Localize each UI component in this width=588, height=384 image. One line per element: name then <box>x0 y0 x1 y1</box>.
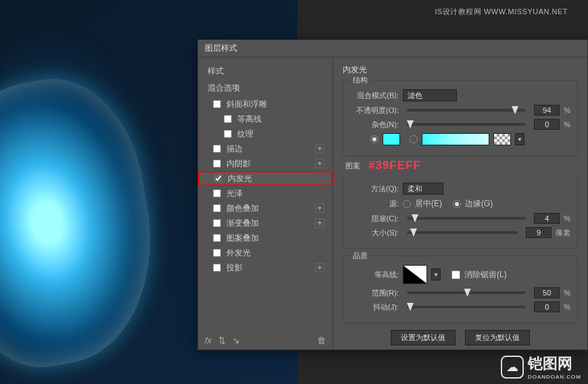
style-item-label: 描边 <box>226 143 243 155</box>
chevron-down-icon[interactable]: ▼ <box>431 268 441 281</box>
choke-slider[interactable] <box>407 217 526 220</box>
style-item[interactable]: 内发光 <box>198 171 333 186</box>
noise-value[interactable]: 0 <box>534 119 560 130</box>
plus-icon[interactable]: + <box>315 159 324 168</box>
style-checkbox[interactable] <box>213 100 221 108</box>
contour-label: 等高线: <box>350 270 399 280</box>
plus-icon[interactable]: + <box>315 203 324 213</box>
size-slider[interactable] <box>407 231 518 234</box>
contour-picker[interactable] <box>403 265 427 284</box>
jitter-value[interactable]: 0 <box>534 302 560 312</box>
trash-icon[interactable]: 🗑 <box>317 335 326 345</box>
reset-default-button[interactable]: 复位为默认值 <box>465 330 530 345</box>
logo-text: 铠图网 <box>528 355 572 372</box>
choke-label: 阻塞(C): <box>350 214 399 224</box>
jitter-label: 抖动(J): <box>350 302 399 312</box>
jitter-slider[interactable] <box>407 306 526 308</box>
technique-label: 方法(Q): <box>350 184 399 194</box>
style-item[interactable]: 渐变叠加+ <box>198 216 333 231</box>
style-checkbox[interactable] <box>213 160 221 168</box>
style-item[interactable]: 投影+ <box>198 260 333 275</box>
size-value[interactable]: 9 <box>526 227 552 238</box>
gradient-bar[interactable] <box>422 133 489 145</box>
noise-slider[interactable] <box>407 123 526 126</box>
style-item-label: 内发光 <box>228 173 252 185</box>
elements-label: 图案 <box>343 161 363 171</box>
jitter-unit: % <box>564 303 570 311</box>
style-checkbox[interactable] <box>214 174 222 183</box>
logo-icon: ☁ <box>501 356 524 379</box>
gradient-end-swatch <box>493 133 511 145</box>
style-item[interactable]: 内阴影+ <box>198 156 333 171</box>
style-item-label: 纹理 <box>237 128 253 140</box>
hex-annotation: #39FEFF <box>368 159 421 172</box>
range-label: 范围(R): <box>350 288 399 298</box>
style-item-label: 光泽 <box>226 188 243 199</box>
style-checkbox[interactable] <box>213 234 221 242</box>
structure-group: 结构 混合模式(B): 滤色 不透明度(O): 94 % 杂色(N): 0 % <box>343 80 578 156</box>
corner-watermark: ☁ 铠图网 DOANDOAN.COM <box>501 354 581 380</box>
styles-list-panel: 样式 混合选项 斜面和浮雕等高线纹理描边+内阴影+内发光光泽颜色叠加+渐变叠加+… <box>198 57 333 350</box>
dialog-title: 图层样式 <box>198 40 587 57</box>
noise-label: 杂色(N): <box>350 120 399 130</box>
anti-alias-label: 消除锯齿(L) <box>464 269 507 281</box>
style-checkbox[interactable] <box>224 115 232 123</box>
anti-alias-checkbox[interactable] <box>451 270 460 279</box>
style-checkbox[interactable] <box>213 189 221 197</box>
opacity-value[interactable]: 94 <box>534 105 560 116</box>
style-item-label: 等高线 <box>237 114 262 125</box>
range-value[interactable]: 50 <box>534 287 560 298</box>
opacity-slider[interactable] <box>407 109 526 112</box>
make-default-button[interactable]: 设置为默认值 <box>391 330 456 345</box>
style-item[interactable]: 光泽 <box>198 186 333 201</box>
source-edge-radio[interactable] <box>453 200 461 208</box>
style-item-label: 斜面和浮雕 <box>226 99 267 110</box>
blend-mode-select[interactable]: 滤色 <box>403 89 457 101</box>
style-checkbox[interactable] <box>213 204 221 212</box>
blend-options-header[interactable]: 混合选项 <box>198 80 333 97</box>
size-label: 大小(S): <box>350 228 399 238</box>
fx-label[interactable]: fx <box>205 335 212 345</box>
source-edge-label: 边缘(G) <box>465 198 493 210</box>
technique-select[interactable]: 柔和 <box>403 183 443 195</box>
style-item[interactable]: 等高线 <box>198 112 333 126</box>
style-checkbox[interactable] <box>213 264 221 272</box>
style-item[interactable]: 描边+ <box>198 141 333 156</box>
color-swatch[interactable] <box>383 133 400 145</box>
style-checkbox[interactable] <box>224 130 232 138</box>
layer-style-dialog: 图层样式 样式 混合选项 斜面和浮雕等高线纹理描边+内阴影+内发光光泽颜色叠加+… <box>197 39 588 350</box>
plus-icon[interactable]: + <box>315 263 324 272</box>
size-unit: 像素 <box>556 228 570 238</box>
source-label: 源: <box>350 199 399 209</box>
style-item[interactable]: 颜色叠加+ <box>198 201 333 216</box>
style-checkbox[interactable] <box>213 249 221 257</box>
quality-group: 品质 等高线: ▼ 消除锯齿(L) 范围(R): 50 % 抖动(J): <box>343 256 578 323</box>
choke-unit: % <box>564 214 570 222</box>
color-radio[interactable] <box>370 135 378 143</box>
choke-value[interactable]: 4 <box>534 213 560 224</box>
panel-title: 内发光 <box>343 64 578 76</box>
style-item-label: 图案叠加 <box>226 233 259 244</box>
quality-label: 品质 <box>350 251 370 261</box>
style-item-label: 渐变叠加 <box>226 218 259 229</box>
plus-icon[interactable]: + <box>315 218 324 228</box>
style-item[interactable]: 斜面和浮雕 <box>198 97 333 112</box>
arrow-icon[interactable]: ↘ <box>232 335 240 345</box>
style-checkbox[interactable] <box>213 145 221 153</box>
style-item[interactable]: 纹理 <box>198 126 333 141</box>
style-checkbox[interactable] <box>213 219 221 227</box>
range-slider[interactable] <box>407 291 526 294</box>
styles-header: 样式 <box>198 63 333 80</box>
style-item[interactable]: 图案叠加 <box>198 231 333 245</box>
style-item[interactable]: 外发光 <box>198 245 333 260</box>
noise-unit: % <box>564 120 570 128</box>
range-unit: % <box>564 289 570 297</box>
source-center-radio[interactable] <box>403 200 411 208</box>
plus-icon[interactable]: + <box>315 144 324 153</box>
chevron-down-icon[interactable]: ▼ <box>515 133 524 145</box>
arrow-up-down-icon[interactable]: ⇅ <box>218 335 226 345</box>
style-item-label: 外发光 <box>226 247 251 259</box>
watermark-top: IS设计教程网 WWW.MISSYUAN.NET <box>435 7 568 17</box>
settings-panel: 内发光 结构 混合模式(B): 滤色 不透明度(O): 94 % 杂色(N): … <box>333 57 587 350</box>
gradient-radio[interactable] <box>410 135 418 143</box>
